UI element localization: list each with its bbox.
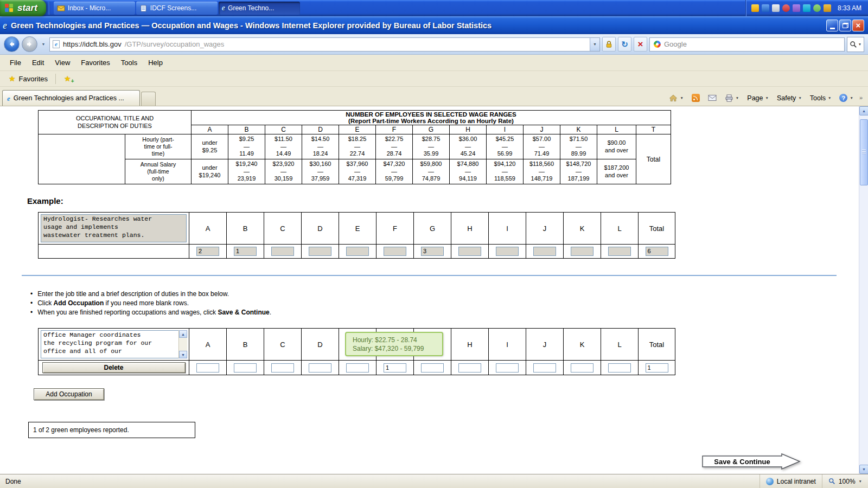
tray-icon[interactable] [772, 4, 780, 12]
hourly-range: $14.50 — 18.24 [302, 134, 339, 159]
wage-count-input[interactable] [196, 363, 219, 373]
wage-count-input[interactable] [458, 363, 481, 373]
safety-menu[interactable]: Safety▼ [774, 93, 805, 104]
zoom-control[interactable]: 100% ▼ [822, 474, 868, 488]
search-go-button[interactable]: ▼ [847, 37, 864, 52]
wage-count-input[interactable] [608, 363, 631, 373]
close-button[interactable]: × [852, 20, 864, 31]
entry-col-header: J [526, 329, 564, 361]
tray-icon[interactable] [803, 4, 810, 12]
empty-cell [39, 245, 189, 259]
tray-icon[interactable] [813, 4, 821, 12]
textarea-scrollbar[interactable]: ▲ ▼ [178, 330, 187, 358]
occupational-title-header: OCCUPATIONAL TITLE AND DESCRIPTION OF DU… [39, 111, 192, 134]
search-input[interactable]: Google [649, 37, 845, 52]
wage-count-input[interactable] [271, 363, 294, 373]
menu-edit[interactable]: Edit [27, 56, 49, 69]
instruction-text: Enter the job title and a brief descript… [37, 290, 229, 298]
tray-icon[interactable] [751, 4, 759, 12]
overflow-chevron[interactable]: » [858, 94, 865, 102]
new-tab-stub[interactable] [141, 92, 156, 106]
scroll-down-icon[interactable]: ▼ [179, 351, 187, 358]
forward-button[interactable] [22, 36, 37, 52]
print-dropdown[interactable]: ▼ [736, 96, 739, 100]
entry-col-header: Total [639, 329, 675, 361]
chevron-down-icon: ▼ [798, 96, 801, 100]
tray-icon[interactable] [782, 4, 790, 12]
wage-count-input-focused[interactable]: 1 [384, 363, 406, 373]
page-menu[interactable]: Page▼ [744, 93, 772, 104]
favorites-button[interactable]: ★ Favorites [4, 73, 52, 85]
page-content: OCCUPATIONAL TITLE AND DESCRIPTION OF DU… [0, 106, 868, 474]
wage-count-input[interactable] [234, 363, 257, 373]
total-header: Total [636, 134, 671, 184]
tab-green-technologies[interactable]: e Green Technologies and Practices ... [2, 90, 140, 106]
vertical-scrollbar[interactable]: ▲ ▼ [859, 106, 868, 474]
minimize-button[interactable] [826, 20, 838, 31]
menu-help[interactable]: Help [143, 56, 168, 69]
example-count-input [346, 247, 369, 256]
example-count-input [384, 247, 406, 256]
annual-range: $23,920 — 30,159 [265, 159, 302, 184]
section-divider [22, 275, 837, 276]
window-titlebar: e Green Technologies and Practices — Occ… [0, 16, 868, 34]
start-button[interactable]: start [0, 0, 46, 16]
home-button[interactable]: ▼ [666, 92, 686, 104]
search-placeholder: Google [664, 40, 687, 48]
wage-count-input[interactable] [346, 363, 369, 373]
scrollbar-thumb[interactable] [860, 119, 868, 185]
scroll-down-button[interactable]: ▼ [859, 465, 868, 474]
wage-count-input[interactable] [421, 363, 444, 373]
stop-button[interactable]: × [634, 37, 647, 52]
instruction-text: if you need more blank rows. [104, 299, 189, 307]
url-path: /GTP/survey/occupation_wages [125, 40, 225, 48]
scroll-up-button[interactable]: ▲ [859, 106, 868, 115]
instruction-bold: Save & Continue [218, 309, 269, 316]
read-mail-button[interactable] [705, 93, 720, 103]
example-count-input: 3 [421, 247, 444, 256]
wage-count-input[interactable] [533, 363, 556, 373]
example-col-header: J [526, 213, 564, 245]
wage-col-letter: K [560, 125, 597, 134]
annual-range: $37,960 — 47,319 [339, 159, 376, 184]
save-continue-button[interactable]: Save & Continue [702, 453, 801, 470]
feeds-button[interactable] [688, 92, 703, 104]
wage-count-input[interactable] [309, 363, 331, 373]
tools-menu[interactable]: Tools▼ [807, 93, 835, 104]
tray-icon[interactable] [762, 4, 769, 12]
delete-button[interactable]: Delete [42, 362, 186, 373]
add-favorite-button[interactable]: ★ + [59, 73, 76, 85]
wage-count-input[interactable] [496, 363, 519, 373]
taskbar-item-inbox[interactable]: Inbox - Micro... [54, 2, 135, 15]
zoom-dropdown[interactable]: ▼ [859, 479, 862, 483]
hourly-range: $28.75 — 35.99 [413, 134, 450, 159]
menu-favorites[interactable]: Favorites [76, 56, 114, 69]
restore-button[interactable] [839, 20, 851, 31]
menu-view[interactable]: View [50, 56, 75, 69]
taskbar-item-green-tech[interactable]: e Green Techno... [219, 2, 300, 15]
hourly-range: $36.00 — 45.24 [450, 134, 487, 159]
history-dropdown[interactable]: ▼ [40, 42, 47, 46]
search-dropdown[interactable]: ▼ [858, 42, 861, 46]
add-occupation-button[interactable]: Add Occupation [34, 388, 104, 400]
print-button[interactable]: ▼ [722, 93, 742, 104]
refresh-button[interactable]: ↻ [618, 37, 631, 52]
total-count-input[interactable]: 1 [646, 363, 668, 373]
lock-button[interactable] [602, 37, 616, 52]
address-dropdown[interactable]: ▼ [590, 38, 599, 51]
taskbar-item-idcf[interactable]: IDCF Screens... [136, 2, 218, 15]
taskbar-item-label: Green Techno... [228, 4, 274, 12]
mail-icon [708, 94, 717, 101]
menu-tools[interactable]: Tools [116, 56, 142, 69]
tray-icon[interactable] [793, 4, 800, 12]
tray-icon[interactable] [824, 4, 831, 12]
help-button[interactable]: ?▼ [836, 92, 856, 104]
back-button[interactable] [4, 36, 20, 52]
wage-count-input[interactable] [571, 363, 593, 373]
menu-file[interactable]: File [5, 56, 26, 69]
url-field[interactable]: e https://idcft.bls.gov/GTP/survey/occup… [49, 37, 600, 52]
scroll-up-icon[interactable]: ▲ [179, 330, 187, 338]
home-dropdown[interactable]: ▼ [680, 96, 683, 100]
job-description-textarea[interactable]: Office Manager coordinates the recycling… [41, 330, 187, 358]
safety-menu-label: Safety [777, 94, 796, 102]
